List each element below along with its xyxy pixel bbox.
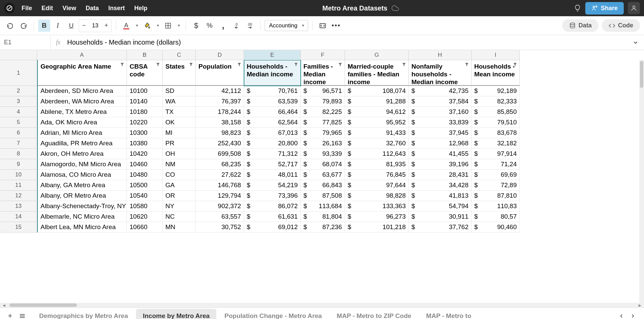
cell[interactable]: $93,339 bbox=[301, 149, 345, 159]
cell[interactable]: 146,768 bbox=[196, 180, 244, 191]
cell[interactable]: Albany-Schenectady-Troy, NY bbox=[37, 201, 127, 212]
cell[interactable]: $32,760 bbox=[345, 138, 409, 149]
cell[interactable]: $66,843 bbox=[301, 180, 345, 191]
sheet-nav-prev[interactable] bbox=[617, 312, 626, 319]
row-header-9[interactable]: 9 bbox=[0, 159, 37, 170]
cell[interactable]: 129,794 bbox=[196, 191, 244, 201]
cell[interactable]: 10460 bbox=[127, 159, 163, 170]
horizontal-scrollbar-thumb[interactable] bbox=[9, 303, 77, 307]
cell[interactable]: $26,163 bbox=[301, 138, 345, 149]
cell[interactable]: $90,460 bbox=[472, 222, 520, 232]
row-header-2[interactable]: 2 bbox=[0, 86, 37, 96]
filter-icon[interactable] bbox=[338, 62, 343, 67]
col-header-D[interactable]: D bbox=[196, 50, 244, 60]
cell[interactable]: $79,965 bbox=[301, 128, 345, 138]
cell[interactable]: 76,397 bbox=[196, 96, 244, 107]
italic-button[interactable]: I bbox=[52, 20, 64, 32]
cell[interactable]: Akron, OH Metro Area bbox=[37, 149, 127, 159]
cell[interactable]: $87,508 bbox=[301, 191, 345, 201]
add-sheet-button[interactable]: + bbox=[4, 310, 16, 319]
cell[interactable]: 98,823 bbox=[196, 128, 244, 138]
cell[interactable]: OK bbox=[163, 117, 196, 128]
cell[interactable]: 38,158 bbox=[196, 117, 244, 128]
cell[interactable]: 30,752 bbox=[196, 222, 244, 232]
select-all-corner[interactable] bbox=[0, 50, 37, 60]
cell[interactable]: $62,564 bbox=[244, 117, 301, 128]
filter-icon[interactable] bbox=[402, 62, 406, 67]
cell[interactable]: 10180 bbox=[127, 107, 163, 117]
row-header-15[interactable]: 15 bbox=[0, 222, 37, 232]
col-header-H[interactable]: H bbox=[409, 50, 472, 60]
cell[interactable]: $67,013 bbox=[244, 128, 301, 138]
sheet-nav-next[interactable] bbox=[628, 312, 637, 319]
doc-title[interactable]: Metro Area Datasets bbox=[322, 4, 387, 12]
cell[interactable]: 10140 bbox=[127, 96, 163, 107]
bold-button[interactable]: B bbox=[38, 20, 50, 32]
cell[interactable]: Aguadilla, PR Metro Area bbox=[37, 138, 127, 149]
text-color-dropdown[interactable]: ▼ bbox=[134, 20, 140, 32]
cell[interactable]: $42,735 bbox=[409, 86, 472, 96]
fx-icon[interactable]: fx bbox=[51, 39, 66, 46]
cell[interactable]: $79,893 bbox=[301, 96, 345, 107]
cell[interactable]: 10620 bbox=[127, 212, 163, 222]
cell[interactable]: 27,622 bbox=[196, 170, 244, 180]
cell[interactable]: $96,571 bbox=[301, 86, 345, 96]
cell[interactable]: $96,273 bbox=[345, 212, 409, 222]
cell[interactable]: 699,508 bbox=[196, 149, 244, 159]
row-header-10[interactable]: 10 bbox=[0, 170, 37, 180]
cell[interactable]: OR bbox=[163, 191, 196, 201]
header-cell[interactable]: CBSA code bbox=[127, 60, 163, 86]
comma-format-button[interactable]: , bbox=[217, 20, 229, 32]
col-header-F[interactable]: F bbox=[301, 50, 345, 60]
cell[interactable]: $87,810 bbox=[472, 191, 520, 201]
header-cell[interactable]: Population bbox=[196, 60, 244, 86]
cell[interactable]: NM bbox=[163, 159, 196, 170]
formula-expand-button[interactable] bbox=[627, 40, 644, 46]
cell[interactable]: $81,935 bbox=[345, 159, 409, 170]
redo-button[interactable] bbox=[18, 20, 30, 32]
cell[interactable]: $33,839 bbox=[409, 117, 472, 128]
cell[interactable]: 10580 bbox=[127, 201, 163, 212]
row-header-14[interactable]: 14 bbox=[0, 212, 37, 222]
cell[interactable]: 10220 bbox=[127, 117, 163, 128]
vertical-scrollbar-thumb[interactable] bbox=[640, 61, 643, 88]
decrease-decimal-button[interactable]: .0 bbox=[231, 20, 243, 32]
app-logo[interactable] bbox=[4, 3, 15, 14]
col-header-B[interactable]: B bbox=[127, 50, 163, 60]
cell[interactable]: $37,584 bbox=[409, 96, 472, 107]
cell[interactable]: 63,557 bbox=[196, 212, 244, 222]
filter-icon[interactable] bbox=[189, 62, 193, 67]
menu-view[interactable]: View bbox=[62, 5, 76, 12]
cell-reference[interactable]: E1 bbox=[0, 35, 51, 50]
cell[interactable]: $20,800 bbox=[244, 138, 301, 149]
cell[interactable]: 10380 bbox=[127, 138, 163, 149]
row-header-11[interactable]: 11 bbox=[0, 180, 37, 191]
filter-icon[interactable] bbox=[294, 62, 298, 67]
spreadsheet-grid[interactable]: ABCDEFGHI1Geographic Area NameCBSA codeS… bbox=[0, 50, 644, 232]
cell[interactable]: 10100 bbox=[127, 86, 163, 96]
cell[interactable]: $92,189 bbox=[472, 86, 520, 96]
sheet-tab[interactable]: Demographics by Metro Area bbox=[32, 309, 135, 319]
row-header-12[interactable]: 12 bbox=[0, 191, 37, 201]
filter-icon[interactable] bbox=[237, 62, 242, 67]
cell[interactable]: $83,678 bbox=[472, 128, 520, 138]
cell[interactable]: $68,074 bbox=[301, 159, 345, 170]
cell[interactable]: Aberdeen, SD Micro Area bbox=[37, 86, 127, 96]
cell[interactable]: $63,677 bbox=[301, 170, 345, 180]
filter-icon[interactable] bbox=[513, 62, 517, 67]
cell[interactable]: CO bbox=[163, 170, 196, 180]
row-header-4[interactable]: 4 bbox=[0, 107, 37, 117]
cell[interactable]: $72,89 bbox=[472, 180, 520, 191]
cell[interactable]: $82,225 bbox=[301, 107, 345, 117]
cell[interactable]: GA bbox=[163, 180, 196, 191]
row-header-8[interactable]: 8 bbox=[0, 149, 37, 159]
header-cell[interactable]: Geographic Area Name bbox=[37, 60, 127, 86]
horizontal-scrollbar-track[interactable] bbox=[8, 303, 636, 307]
cell[interactable]: $85,850 bbox=[472, 107, 520, 117]
cell[interactable]: $71,312 bbox=[244, 149, 301, 159]
cell[interactable]: MI bbox=[163, 128, 196, 138]
cell[interactable]: $110,83 bbox=[472, 201, 520, 212]
cell[interactable]: $97,644 bbox=[345, 180, 409, 191]
scroll-right-icon[interactable]: ▶ bbox=[637, 303, 643, 307]
sheet-tab[interactable]: Income by Metro Area bbox=[136, 309, 216, 319]
